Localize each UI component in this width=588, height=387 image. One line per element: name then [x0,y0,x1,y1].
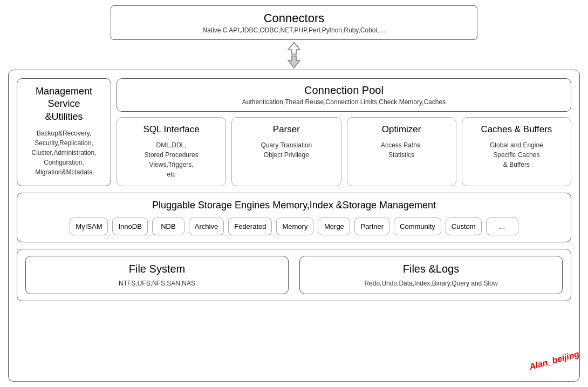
engine-more: ... [486,218,518,235]
management-box: ManagementService&Utilities Backup&Recov… [17,78,111,186]
engine-myisam: MyISAM [70,218,108,235]
management-content: Backup&Recovery,Security,Replication,Clu… [23,128,105,177]
engine-innodb: InnoDB [112,218,147,235]
filesystem-content: NTFS,UFS,NFS,SAN,NAS [37,280,277,287]
engine-federated: Federated [228,218,272,235]
caches-buffers-content: Global and EngineSpecific Caches& Buffer… [467,140,566,169]
storage-title: Pluggable Storage Engines Memory,Index &… [25,200,563,211]
svg-marker-0 [288,42,300,54]
optimizer-box: Optimizer Access Paths,Statistics [347,117,456,186]
connectors-title: Connectors [122,11,466,25]
svg-marker-1 [288,56,300,67]
double-arrow-icon [281,42,307,69]
diagram: Connectors Native C API,JDBC,ODBC,NET,PH… [0,0,588,387]
optimizer-content: Access Paths,Statistics [352,140,452,160]
connection-pool-subtitle: Authentication,Thead Reuse,Connection Li… [128,98,560,106]
arrow-container [281,40,307,70]
engine-archive: Archive [189,218,224,235]
filesystem-box: File System NTFS,UFS,NFS,SAN,NAS [25,256,289,294]
parser-content: Quary TranslationObject Privilege [236,140,336,160]
storage-section: Pluggable Storage Engines Memory,Index &… [17,193,571,242]
bottom-section: File System NTFS,UFS,NFS,SAN,NAS Files &… [17,249,571,301]
files-logs-content: Redo,Undo,Data,Index,Binary,Query and Sl… [311,280,551,287]
connectors-subtitle: Native C API,JDBC,ODBC,NET,PHP,Perl,Pyth… [122,26,466,34]
engine-merge: Merge [318,218,350,235]
caches-buffers-title: Caches & Buffers [467,124,566,135]
engine-custom: Custom [446,218,482,235]
engines-row: MyISAM InnoDB NDB Archive Federated Memo… [25,218,563,235]
parser-box: Parser Quary TranslationObject Privilege [231,117,341,186]
filesystem-title: File System [37,263,277,275]
sql-interface-box: SQL Interface DML,DDL,Stored ProceduresV… [117,117,226,186]
caches-buffers-box: Caches & Buffers Global and EngineSpecif… [462,117,571,186]
right-panel: Connection Pool Authentication,Thead Reu… [117,78,571,186]
engine-partner: Partner [354,218,389,235]
optimizer-title: Optimizer [352,124,452,135]
top-section: ManagementService&Utilities Backup&Recov… [17,78,571,186]
components-row: SQL Interface DML,DDL,Stored ProceduresV… [117,117,571,186]
connectors-box: Connectors Native C API,JDBC,ODBC,NET,PH… [111,5,477,40]
connection-pool-box: Connection Pool Authentication,Thead Reu… [117,78,571,112]
main-area: ManagementService&Utilities Backup&Recov… [8,70,580,382]
engine-memory: Memory [276,218,313,235]
sql-interface-title: SQL Interface [121,124,221,135]
files-logs-box: Files &Logs Redo,Undo,Data,Index,Binary,… [299,256,563,294]
connection-pool-title: Connection Pool [128,84,560,97]
sql-interface-content: DML,DDL,Stored ProceduresViews,Triggers,… [121,140,221,179]
engine-ndb: NDB [152,218,184,235]
parser-title: Parser [236,124,336,135]
management-title: ManagementService&Utilities [23,85,105,123]
engine-community: Community [394,218,441,235]
files-logs-title: Files &Logs [311,263,551,275]
